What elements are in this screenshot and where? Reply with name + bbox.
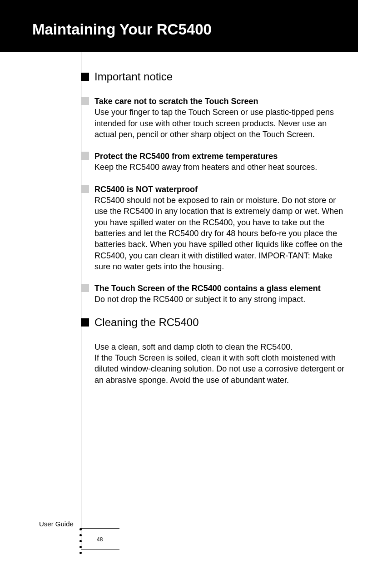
notice-item: RC5400 is NOT waterproof RC5400 should n… [94,184,349,272]
page: Maintaining Your RC5400 Important notice… [0,0,358,579]
dot-icon [79,552,82,554]
item-title: RC5400 is NOT waterproof [94,184,349,195]
dot-icon [79,540,82,542]
item-title: Protect the RC5400 from extreme temperat… [94,151,349,162]
section-title: Cleaning the RC5400 [94,316,199,329]
footer-rule-top [81,528,119,529]
notice-item: The Touch Screen of the RC5400 contains … [94,283,349,305]
item-body: Do not drop the RC5400 or subject it to … [94,294,349,305]
notice-item: Take care not to scratch the Touch Scree… [94,96,349,140]
item-bullet-icon [81,284,89,292]
item-bullet-icon [81,97,89,105]
item-bullet-icon [81,152,89,160]
item-body: Use your finger to tap the Touch Screen … [94,107,349,140]
cleaning-body: Use a clean, soft and damp cloth to clea… [94,341,349,386]
item-bullet-icon [81,185,89,193]
user-guide-label: User Guide [39,520,74,528]
dot-icon [79,534,82,536]
content-area: Important notice Take care not to scratc… [81,70,349,386]
page-title: Maintaining Your RC5400 [32,21,212,38]
right-margin [358,0,392,579]
item-title: Take care not to scratch the Touch Scree… [94,96,349,107]
item-body: Keep the RC5400 away from heaters and ot… [94,162,349,173]
section-bullet-icon [81,73,89,81]
item-title: The Touch Screen of the RC5400 contains … [94,283,349,294]
section-header-important-notice: Important notice [81,70,349,83]
section-header-cleaning: Cleaning the RC5400 [81,316,349,329]
section-bullet-icon [81,318,89,327]
footer-dots [79,528,82,554]
section-title: Important notice [94,70,173,83]
footer-rule-bottom [81,549,119,549]
dot-icon [79,528,82,530]
header-bar: Maintaining Your RC5400 [0,0,358,52]
item-body: RC5400 should not be exposed to rain or … [94,195,349,272]
page-number: 48 [97,536,103,543]
dot-icon [79,546,82,548]
notice-item: Protect the RC5400 from extreme temperat… [94,151,349,173]
